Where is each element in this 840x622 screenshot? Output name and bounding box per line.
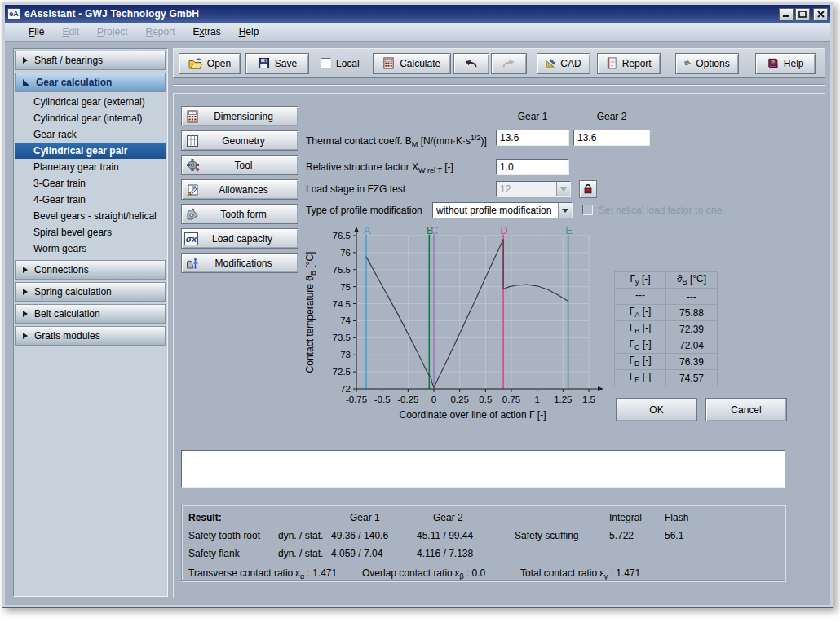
helical-load-factor-checkbox[interactable] bbox=[582, 205, 593, 215]
result-gear1-header: Gear 1 bbox=[350, 512, 380, 523]
x-tick-label: 1 bbox=[534, 395, 539, 404]
table-row: ΓB [-] 72.39 bbox=[615, 321, 718, 337]
sidebar-item-cylindrical-gear-internal[interactable]: Cylindrical gear (internal) bbox=[15, 110, 166, 126]
menu-file[interactable]: File bbox=[20, 24, 53, 39]
maximize-button[interactable] bbox=[795, 8, 810, 20]
allowances-button[interactable]: Allowances bbox=[181, 179, 298, 200]
dimensioning-button[interactable]: Dimensioning bbox=[181, 106, 298, 126]
marker-label-A: A bbox=[364, 227, 371, 236]
helical-load-factor-label: Set helical load factor to one. bbox=[599, 202, 725, 218]
y-tick-label: 76.5 bbox=[333, 231, 351, 240]
table-row: ΓD [-] 76.39 bbox=[615, 354, 718, 370]
menu-report[interactable]: Report bbox=[137, 24, 184, 39]
tool-button[interactable]: Tool bbox=[181, 155, 298, 175]
cad-button[interactable]: CAD bbox=[537, 53, 590, 74]
sidebar-item-bevel-gears[interactable]: Bevel gears - straight/helical bbox=[15, 208, 166, 224]
minimize-button[interactable] bbox=[779, 8, 794, 20]
calculate-button[interactable]: Calculate bbox=[373, 53, 451, 74]
options-tools-icon bbox=[684, 57, 692, 69]
undo-button[interactable] bbox=[453, 53, 489, 74]
gear-calculation-items: Cylindrical gear (external) Cylindrical … bbox=[15, 92, 166, 260]
gamma-temperature-table: Γy [-] ϑB [°C] --- --- ΓA [-] 75.88 ΓB [… bbox=[614, 271, 718, 386]
options-button[interactable]: Options bbox=[675, 53, 739, 74]
sidebar-item-3-gear-train[interactable]: 3-Gear train bbox=[15, 175, 166, 192]
gear2-column-header: Gear 2 bbox=[573, 111, 650, 124]
result-flash-header: Flash bbox=[665, 512, 688, 523]
redo-icon bbox=[502, 58, 515, 69]
collapsed-triangle-icon bbox=[23, 57, 28, 64]
sidebar-section-connections[interactable]: Connections bbox=[15, 260, 166, 280]
menu-help[interactable]: Help bbox=[230, 24, 268, 39]
result-title: Result: bbox=[188, 512, 222, 523]
help-button[interactable]: ? Help bbox=[755, 53, 816, 74]
safety-tooth-root-gear1-value: 49.36 / 140.6 bbox=[331, 530, 388, 541]
y-tick-label: 74.5 bbox=[333, 299, 351, 309]
dropdown-arrow-button[interactable] bbox=[558, 203, 572, 218]
window-title: eAssistant - GWJ Technology GmbH bbox=[24, 8, 777, 20]
sidebar-item-worm-gears[interactable]: Worm gears bbox=[15, 240, 166, 257]
menu-extras[interactable]: Extras bbox=[184, 24, 230, 39]
report-button[interactable]: Report bbox=[597, 53, 661, 74]
window-body: Shaft / bearings Gear calculation Cylind… bbox=[5, 42, 830, 605]
local-checkbox[interactable] bbox=[321, 58, 331, 68]
close-icon bbox=[817, 11, 825, 18]
sidebar-section-belt-calculation[interactable]: Belt calculation bbox=[15, 304, 166, 324]
tooth-form-button[interactable]: Tooth form bbox=[181, 204, 298, 224]
svg-text:?: ? bbox=[771, 60, 774, 65]
relative-structure-factor-label: Relative structure factor XW rel T [-] bbox=[306, 159, 453, 175]
dropdown-arrow-button[interactable] bbox=[556, 182, 570, 196]
ok-button[interactable]: OK bbox=[616, 398, 697, 421]
relative-structure-factor-input[interactable] bbox=[496, 159, 569, 175]
thermal-gear2-input[interactable] bbox=[573, 130, 650, 146]
message-box bbox=[181, 450, 785, 488]
modification-arrows-icon bbox=[184, 256, 201, 271]
sidebar-item-cylindrical-gear-external[interactable]: Cylindrical gear (external) bbox=[15, 94, 166, 110]
load-capacity-chart: ABCDE-0.75-0.5-0.2500.250.50.7511.251.57… bbox=[302, 227, 605, 421]
y-tick-label: 75 bbox=[340, 282, 351, 292]
y-tick-label: 74 bbox=[340, 315, 351, 325]
gear1-column-header: Gear 1 bbox=[496, 111, 569, 124]
sidebar-item-gear-rack[interactable]: Gear rack bbox=[15, 126, 166, 143]
profile-modification-dropdown[interactable]: without profile modification bbox=[432, 202, 573, 218]
safety-scuffing-flash-value: 56.1 bbox=[665, 530, 683, 541]
sidebar-item-cylindrical-gear-pair[interactable]: Cylindrical gear pair bbox=[15, 143, 166, 159]
expanded-triangle-icon bbox=[23, 79, 29, 86]
y-tick-label: 73.5 bbox=[333, 333, 351, 342]
y-tick-label: 72.5 bbox=[333, 367, 351, 377]
x-tick-label: -0.5 bbox=[374, 395, 391, 404]
open-button[interactable]: Open bbox=[179, 53, 241, 74]
save-button[interactable]: Save bbox=[245, 53, 309, 74]
sidebar-item-spiral-bevel-gears[interactable]: Spiral bevel gears bbox=[15, 224, 166, 240]
theta-column-header: ϑB [°C] bbox=[666, 272, 718, 289]
cancel-button[interactable]: Cancel bbox=[705, 398, 787, 421]
sidebar-section-shaft-bearings[interactable]: Shaft / bearings bbox=[15, 51, 166, 70]
sidebar-section-gratis-modules[interactable]: Gratis modules bbox=[15, 326, 166, 346]
marker-label-E: E bbox=[565, 227, 573, 236]
sidebar-section-gear-calculation[interactable]: Gear calculation bbox=[15, 73, 166, 92]
menu-edit[interactable]: Edit bbox=[53, 24, 88, 39]
lock-icon bbox=[582, 183, 594, 195]
y-tick-label: 73 bbox=[340, 350, 351, 360]
help-book-icon: ? bbox=[767, 57, 779, 69]
gear-icon bbox=[184, 158, 201, 173]
safety-tooth-root-gear2-value: 45.11 / 99.44 bbox=[417, 530, 473, 541]
sidebar-item-planetary-gear-train[interactable]: Planetary gear train bbox=[15, 159, 166, 175]
thermal-gear1-input[interactable] bbox=[496, 130, 569, 146]
local-toggle: Local bbox=[321, 58, 360, 69]
geometry-button[interactable]: Geometry bbox=[181, 130, 298, 151]
lock-button[interactable] bbox=[579, 180, 597, 198]
app-window: eA eAssistant - GWJ Technology GmbH File… bbox=[2, 2, 833, 608]
sidebar-item-4-gear-train[interactable]: 4-Gear train bbox=[15, 192, 166, 208]
redo-button[interactable] bbox=[491, 53, 527, 74]
fzg-load-stage-label: Load stage in FZG test bbox=[306, 181, 405, 197]
fzg-load-stage-dropdown[interactable]: 12 bbox=[496, 181, 571, 197]
safety-scuffing-integral-value: 5.722 bbox=[609, 530, 634, 541]
table-header-row: Γy [-] ϑB [°C] bbox=[615, 272, 718, 289]
sidebar-section-spring-calculation[interactable]: Spring calculation bbox=[15, 282, 166, 302]
chevron-down-icon bbox=[560, 187, 567, 192]
load-capacity-button[interactable]: σx Load capacity bbox=[181, 228, 298, 249]
x-tick-label: 0.5 bbox=[479, 395, 492, 404]
modifications-button[interactable]: Modifications bbox=[181, 253, 298, 273]
close-button[interactable] bbox=[813, 8, 828, 20]
menu-project[interactable]: Project bbox=[88, 24, 136, 39]
